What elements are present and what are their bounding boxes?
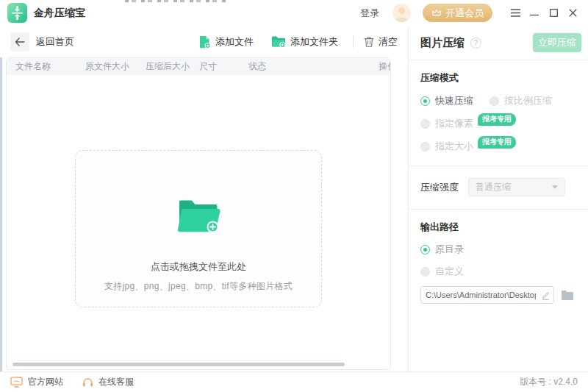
monitor-icon bbox=[10, 377, 23, 388]
clear-button[interactable]: 清空 bbox=[364, 35, 398, 49]
dropzone-subtitle: 支持jpg、png、jpeg、bmp、tif等多种图片格式 bbox=[76, 280, 321, 293]
maximize-icon bbox=[550, 9, 558, 17]
dropzone[interactable]: 点击或拖拽文件至此处 支持jpg、png、jpeg、bmp、tif等多种图片格式 bbox=[75, 150, 322, 307]
chevron-down-icon bbox=[552, 185, 558, 189]
official-website-label: 官方网站 bbox=[28, 376, 63, 388]
toolbar: 返回首页 添加文件 bbox=[0, 26, 408, 57]
main-area: 返回首页 添加文件 bbox=[0, 26, 408, 371]
add-file-label: 添加文件 bbox=[215, 35, 254, 49]
add-file-icon bbox=[198, 35, 211, 49]
exam-badge: 报考专用 bbox=[478, 113, 516, 126]
column-filename: 文件名称 bbox=[15, 58, 51, 75]
help-icon[interactable]: ? bbox=[470, 38, 481, 49]
online-support-link[interactable]: 在线客服 bbox=[82, 376, 134, 388]
radio-specify-pixels[interactable] bbox=[420, 119, 430, 129]
strength-select[interactable]: 普通压缩 bbox=[468, 178, 565, 196]
column-original-size: 原文件大小 bbox=[85, 58, 129, 75]
strength-value: 普通压缩 bbox=[476, 181, 511, 193]
minimize-button[interactable] bbox=[526, 5, 542, 21]
output-path-title: 输出路径 bbox=[420, 221, 576, 234]
folder-plus-icon bbox=[76, 199, 321, 235]
hamburger-icon bbox=[511, 9, 520, 17]
online-support-label: 在线客服 bbox=[98, 376, 134, 388]
output-path-input[interactable] bbox=[421, 291, 537, 299]
radio-specify-size-label[interactable]: 指定大小 bbox=[435, 140, 473, 153]
app-window: 金舟压缩宝 登录 开通会员 bbox=[0, 0, 588, 392]
path-row bbox=[409, 286, 588, 304]
maximize-button[interactable] bbox=[545, 5, 562, 21]
settings-panel: 图片压缩 ? 立即压缩 压缩模式 快速压缩 按比例压缩 指定像素 报考专用 bbox=[408, 26, 588, 371]
radio-custom-dir[interactable] bbox=[420, 267, 430, 277]
table-header: 文件名称 原文件大小 压缩后大小 尺寸 状态 操作 bbox=[7, 58, 390, 75]
column-dimensions: 尺寸 bbox=[199, 58, 217, 75]
trash-icon bbox=[364, 36, 374, 47]
exam-badge: 报考专用 bbox=[478, 136, 516, 149]
clear-label: 清空 bbox=[379, 35, 398, 49]
file-table: 文件名称 原文件大小 压缩后大小 尺寸 状态 操作 bbox=[6, 57, 391, 370]
version-label: 版本号 : v2.4.0 bbox=[520, 376, 578, 388]
horizontal-scrollbar[interactable] bbox=[12, 363, 345, 366]
radio-original-dir[interactable] bbox=[420, 245, 430, 254]
back-button[interactable] bbox=[10, 32, 29, 51]
avatar-body bbox=[395, 18, 408, 22]
output-path-section: 输出路径 原目录 自定义 bbox=[409, 221, 588, 278]
compress-now-button[interactable]: 立即压缩 bbox=[533, 33, 581, 52]
panel-divider bbox=[409, 209, 588, 210]
radio-specify-pixels-label[interactable]: 指定像素 bbox=[435, 117, 473, 130]
app-logo-icon bbox=[7, 3, 27, 23]
dropzone-title: 点击或拖拽文件至此处 bbox=[76, 260, 321, 274]
panel-title: 图片压缩 bbox=[420, 36, 465, 50]
window-edge bbox=[0, 57, 2, 371]
panel-header: 图片压缩 ? 立即压缩 bbox=[409, 26, 588, 60]
strength-section: 压缩强度 普通压缩 bbox=[409, 178, 588, 196]
table-body: 点击或拖拽文件至此处 支持jpg、png、jpeg、bmp、tif等多种图片格式 bbox=[7, 75, 390, 369]
crown-icon bbox=[431, 9, 442, 17]
close-button[interactable] bbox=[564, 5, 581, 21]
toolbar-divider bbox=[353, 36, 354, 48]
radio-fast-compress[interactable] bbox=[420, 96, 430, 106]
minimize-icon bbox=[530, 9, 539, 18]
status-bar: 官方网站 在线客服 版本号 : v2.4.0 bbox=[0, 371, 588, 392]
panel-divider bbox=[409, 165, 588, 166]
column-status: 状态 bbox=[248, 58, 266, 75]
radio-custom-dir-label[interactable]: 自定义 bbox=[435, 265, 464, 278]
radio-fast-compress-label[interactable]: 快速压缩 bbox=[435, 94, 473, 107]
toolbar-actions: 添加文件 添加文件夹 bbox=[181, 35, 398, 49]
titlebar-actions: 登录 开通会员 bbox=[360, 4, 581, 22]
radio-ratio-compress[interactable] bbox=[490, 96, 499, 106]
radio-specify-size[interactable] bbox=[420, 142, 430, 152]
vip-label: 开通会员 bbox=[445, 7, 484, 20]
titlebar: 金舟压缩宝 登录 开通会员 bbox=[0, 0, 588, 26]
back-home-label[interactable]: 返回首页 bbox=[36, 35, 74, 49]
login-link[interactable]: 登录 bbox=[360, 7, 379, 20]
add-file-button[interactable]: 添加文件 bbox=[198, 35, 254, 49]
column-actions: 操作 bbox=[379, 58, 390, 75]
headset-icon bbox=[82, 377, 93, 388]
browse-folder-icon[interactable] bbox=[561, 290, 574, 300]
close-icon bbox=[569, 9, 577, 17]
column-compressed-size: 压缩后大小 bbox=[146, 58, 190, 75]
add-folder-icon bbox=[271, 35, 286, 48]
add-folder-label: 添加文件夹 bbox=[290, 35, 338, 49]
compress-mode-title: 压缩模式 bbox=[420, 71, 576, 85]
edit-icon[interactable] bbox=[537, 291, 553, 300]
app-title: 金舟压缩宝 bbox=[34, 7, 85, 20]
vip-button[interactable]: 开通会员 bbox=[423, 4, 492, 22]
add-folder-button[interactable]: 添加文件夹 bbox=[271, 35, 338, 49]
arrow-left-icon bbox=[15, 38, 25, 46]
radio-ratio-compress-label[interactable]: 按比例压缩 bbox=[504, 94, 552, 107]
avatar-head bbox=[398, 7, 405, 14]
avatar[interactable] bbox=[392, 4, 411, 22]
output-path-box bbox=[420, 286, 554, 304]
radio-original-dir-label[interactable]: 原目录 bbox=[435, 243, 464, 256]
compress-mode-section: 压缩模式 快速压缩 按比例压缩 指定像素 报考专用 指定大小 报考专用 bbox=[409, 71, 588, 153]
official-website-link[interactable]: 官方网站 bbox=[10, 376, 63, 388]
menu-button[interactable] bbox=[507, 5, 523, 21]
strength-label: 压缩强度 bbox=[420, 181, 459, 194]
screen-artifact bbox=[125, 0, 228, 2]
